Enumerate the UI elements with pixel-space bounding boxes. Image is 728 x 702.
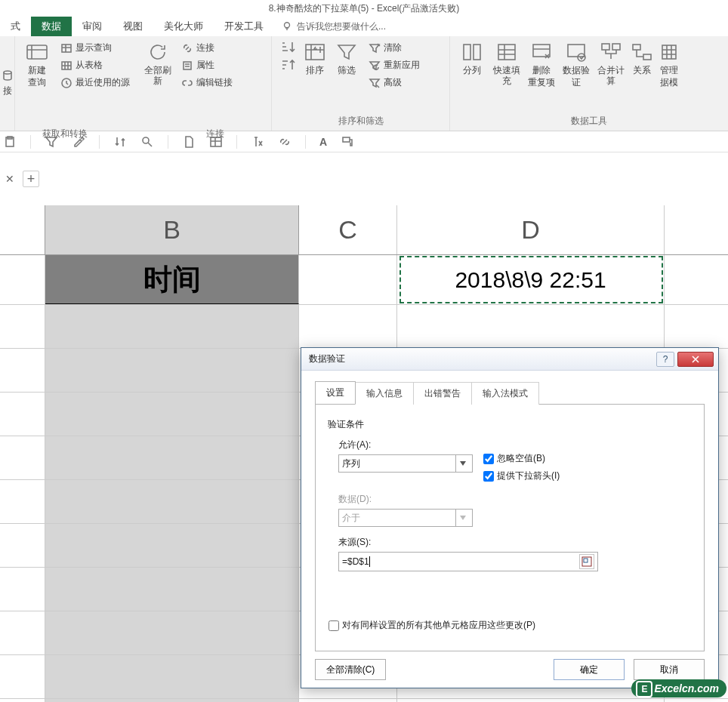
menu-formula[interactable]: 式: [0, 17, 31, 36]
clear-icon: [369, 42, 381, 54]
refresh-all-button[interactable]: 全部刷新: [140, 39, 175, 87]
tell-me[interactable]: 告诉我您想要做什么...: [274, 17, 393, 36]
svg-rect-10: [498, 45, 515, 60]
qb-link[interactable]: [278, 135, 292, 149]
col-header-b[interactable]: B: [45, 205, 299, 254]
relationships[interactable]: 关系: [628, 39, 656, 75]
sort-desc-icon[interactable]: [279, 57, 296, 74]
tab-ime-mode[interactable]: 输入法模式: [471, 382, 539, 405]
consolidate[interactable]: 合并计算: [594, 39, 628, 87]
cell-b4[interactable]: [45, 393, 299, 436]
qb-font[interactable]: A: [319, 136, 327, 148]
cell-b9[interactable]: [45, 611, 299, 654]
separator: [236, 135, 237, 149]
ignore-blank-checkbox[interactable]: 忽略空值(B): [483, 452, 560, 465]
sort-asc-icon[interactable]: [279, 39, 296, 56]
tab-settings[interactable]: 设置: [315, 381, 356, 404]
cell-b10[interactable]: [45, 655, 299, 698]
advanced-filter[interactable]: 高级: [366, 74, 423, 91]
cell-d1[interactable]: 2018\8\9 22:51: [397, 255, 665, 304]
btn-l2: 查询: [28, 77, 46, 88]
remove-duplicates[interactable]: 删除重复项: [524, 39, 559, 88]
row-1[interactable]: 时间 2018\8\9 22:51: [0, 255, 728, 305]
edit-links[interactable]: 编辑链接: [178, 74, 236, 91]
sort-small-icon: [113, 135, 127, 149]
new-query-button[interactable]: 新建 查询: [20, 39, 54, 88]
close-button[interactable]: [677, 352, 714, 367]
svg-rect-15: [612, 44, 620, 50]
group-label-conn: 连接: [206, 128, 224, 140]
dropdown-arrow-checkbox[interactable]: 提供下拉箭头(I): [483, 470, 560, 482]
clear-filter[interactable]: 清除: [366, 39, 423, 57]
qb-paste[interactable]: [3, 135, 17, 149]
show-queries[interactable]: 显示查询: [57, 39, 133, 57]
col-header-c[interactable]: C: [299, 205, 397, 254]
validation-icon: [565, 41, 588, 63]
cell-b1[interactable]: 时间: [45, 255, 299, 304]
qb-sort[interactable]: [113, 135, 127, 149]
recent-sources[interactable]: 最近使用的源: [57, 74, 133, 91]
apply-all-checkbox[interactable]: 对有同样设置的所有其他单元格应用这些更改(P): [329, 619, 535, 632]
filter-button[interactable]: 筛选: [331, 39, 362, 75]
flash-fill[interactable]: 快速填充: [489, 39, 524, 87]
menu-review[interactable]: 审阅: [72, 17, 113, 36]
svg-rect-12: [568, 45, 585, 57]
cell-b5[interactable]: [45, 436, 299, 479]
menu-beautify[interactable]: 美化大师: [153, 17, 214, 36]
properties[interactable]: 属性: [178, 57, 236, 74]
svg-rect-8: [464, 45, 470, 60]
qb-find[interactable]: [140, 135, 154, 149]
cancel-button[interactable]: 取消: [634, 659, 705, 680]
row-2[interactable]: [0, 305, 728, 349]
close-tab-button[interactable]: ✕: [2, 171, 18, 187]
row-11[interactable]: [0, 699, 728, 702]
cell-b2[interactable]: [45, 305, 299, 348]
data-label: 数据(D):: [338, 493, 692, 506]
svg-rect-9: [474, 45, 480, 60]
tab-error-alert[interactable]: 出错警告: [413, 382, 472, 405]
connections[interactable]: 连接: [178, 39, 236, 57]
window-title: 8.神奇酷炫的下拉菜单(5) - Excel(产品激活失败): [269, 2, 460, 15]
clear-all-button[interactable]: 全部清除(C): [315, 659, 386, 680]
cell-a1[interactable]: [0, 255, 45, 304]
svg-point-1: [4, 71, 11, 74]
menu-data[interactable]: 数据: [31, 17, 72, 36]
cell-b7[interactable]: [45, 524, 299, 567]
col-header-d[interactable]: D: [397, 205, 665, 254]
data-validation-button[interactable]: 数据验证: [559, 39, 594, 88]
allow-select[interactable]: 序列: [338, 454, 473, 473]
dialog-titlebar[interactable]: 数据验证 ?: [301, 348, 718, 371]
svg-rect-14: [602, 44, 609, 50]
model-icon: [658, 41, 680, 63]
cell-c1[interactable]: [299, 255, 397, 304]
qb-style[interactable]: [341, 135, 354, 149]
close-icon: [692, 356, 699, 363]
title-bar: 8.神奇酷炫的下拉菜单(5) - Excel(产品激活失败): [0, 0, 728, 17]
dialog-tabs: 设置 输入信息 出错警告 输入法模式: [315, 381, 705, 404]
menu-developer[interactable]: 开发工具: [214, 17, 274, 36]
add-tab-button[interactable]: +: [23, 171, 39, 187]
reapply-filter[interactable]: 重新应用: [366, 57, 423, 74]
qb-doc[interactable]: [182, 135, 196, 149]
text-to-columns[interactable]: 分列: [455, 39, 489, 75]
svg-point-21: [143, 137, 149, 143]
cell-b6[interactable]: [45, 480, 299, 523]
ok-button[interactable]: 确定: [554, 659, 625, 680]
external-data-edge[interactable]: 接: [0, 36, 15, 131]
from-table[interactable]: 从表格: [57, 57, 133, 74]
menu-view[interactable]: 视图: [113, 17, 153, 36]
manage-model[interactable]: 管理据模: [656, 39, 683, 88]
tab-input-msg[interactable]: 输入信息: [355, 382, 414, 405]
svg-rect-16: [633, 45, 640, 50]
quick-access-strip: A: [0, 131, 728, 152]
cell-b11[interactable]: [45, 699, 299, 702]
sort-button[interactable]: 排序: [299, 39, 331, 75]
qb-fx[interactable]: [251, 135, 264, 149]
help-button[interactable]: ?: [656, 352, 674, 367]
range-picker-button[interactable]: [579, 554, 594, 569]
source-input[interactable]: =$D$1: [338, 552, 598, 571]
cell-b8[interactable]: [45, 568, 299, 611]
cell-b3[interactable]: [45, 349, 299, 392]
svg-rect-7: [306, 45, 324, 60]
col-header-a[interactable]: [0, 205, 45, 254]
